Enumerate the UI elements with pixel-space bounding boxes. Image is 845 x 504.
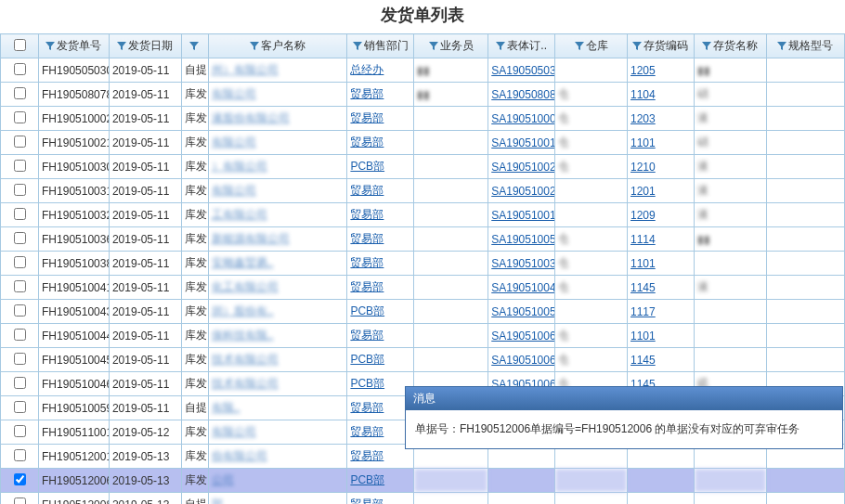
code-link[interactable]: 1101 [630, 330, 656, 342]
col-header[interactable]: 发货日期 [109, 34, 181, 58]
table-row[interactable]: FH1905100432019-05-11库发圳）股份有..PCB部SA1905… [1, 300, 845, 324]
dept-link[interactable]: 贸易部 [350, 87, 384, 100]
dept-link[interactable]: 贸易部 [350, 329, 384, 342]
filter-icon[interactable] [632, 39, 642, 52]
code-link[interactable]: 1101 [630, 257, 656, 270]
customer-link[interactable]: 部 [212, 498, 223, 504]
dept-link[interactable]: PCB部 [350, 473, 384, 486]
order-link[interactable]: SA190510048 [491, 281, 554, 294]
col-header[interactable]: 仓库 [555, 34, 628, 58]
dept-link[interactable]: 贸易部 [350, 498, 384, 504]
customer-link[interactable]: 有限.. [212, 401, 240, 414]
customer-link[interactable]: 州）有限公司 [212, 63, 279, 76]
table-row[interactable]: FH1905100212019-05-11库发有限公司贸易部SA19051001… [1, 131, 845, 155]
row-checkbox[interactable] [14, 63, 26, 75]
row-checkbox[interactable] [14, 280, 26, 292]
customer-link[interactable]: 新能源有限公司 [212, 232, 290, 245]
customer-link[interactable]: 有限公司 [212, 425, 256, 438]
dept-link[interactable]: 总经办 [350, 63, 384, 76]
row-checkbox[interactable] [14, 353, 26, 365]
table-row[interactable]: FH1905100412019-05-11库发化工有限公司贸易部SA190510… [1, 276, 845, 300]
customer-link[interactable]: 化工有限公司 [212, 280, 279, 293]
filter-icon[interactable] [575, 39, 584, 52]
dept-link[interactable]: 贸易部 [350, 208, 384, 221]
dept-link[interactable]: PCB部 [350, 377, 384, 390]
filter-icon[interactable] [189, 40, 199, 53]
customer-link[interactable]: 份有限公司 [212, 449, 267, 462]
row-checkbox[interactable] [14, 473, 26, 485]
order-link[interactable]: SA19051005 [491, 233, 554, 246]
order-link[interactable]: SA19051001 [491, 136, 554, 149]
order-link[interactable]: SA19051000 [491, 112, 554, 125]
code-link[interactable]: 1145 [630, 354, 656, 367]
order-link[interactable]: SA190510039 [491, 257, 554, 270]
order-link[interactable]: SA190510057 [491, 305, 554, 318]
table-row[interactable]: FH1905050302019-05-11自提州）有限公司总经办▮▮SA1905… [1, 58, 845, 83]
row-checkbox[interactable] [14, 256, 26, 268]
row-checkbox[interactable] [14, 401, 26, 413]
customer-link[interactable]: 公司 [212, 473, 234, 486]
row-checkbox[interactable] [14, 232, 26, 244]
dept-link[interactable]: 贸易部 [350, 401, 384, 414]
code-link[interactable]: 1201 [630, 185, 656, 198]
code-link[interactable]: 1209 [630, 209, 656, 222]
col-header[interactable]: 销售部门 [347, 34, 414, 58]
dept-link[interactable]: 贸易部 [350, 136, 384, 149]
order-link[interactable]: SA19051002 [491, 185, 554, 198]
row-checkbox[interactable] [14, 425, 26, 437]
customer-link[interactable]: 有限公司 [212, 136, 256, 149]
col-header[interactable]: 业务员 [414, 34, 488, 58]
code-link[interactable]: 1114 [630, 233, 656, 246]
filter-icon[interactable] [46, 39, 55, 52]
select-all-checkbox[interactable] [14, 39, 26, 51]
filter-icon[interactable] [353, 39, 362, 52]
row-checkbox[interactable] [14, 111, 26, 123]
customer-link[interactable]: 工有限公司 [212, 208, 267, 221]
customer-link[interactable]: 技术有限公司 [212, 377, 279, 390]
dept-link[interactable]: 贸易部 [350, 449, 384, 462]
customer-link[interactable]: 技术有限公司 [212, 353, 279, 366]
table-row[interactable]: FH1905100382019-05-11库发安顺鑫贸易..贸易部SA19051… [1, 252, 845, 276]
row-checkbox[interactable] [14, 160, 26, 172]
dept-link[interactable]: PCB部 [350, 353, 384, 366]
table-row[interactable]: FH1905120062019-05-13库发公司PCB部 [1, 469, 845, 493]
code-link[interactable]: 1210 [630, 161, 656, 174]
order-link[interactable]: SA19051002 [491, 161, 554, 174]
filter-icon[interactable] [702, 39, 711, 52]
order-link[interactable]: SA190510061 [491, 330, 554, 342]
customer-link[interactable]: ）有限公司 [212, 160, 267, 173]
customer-link[interactable]: 有限公司 [212, 87, 256, 100]
table-row[interactable]: FH1905100022019-05-11库发液股份有限公司贸易部SA19051… [1, 107, 845, 131]
filter-icon[interactable] [496, 39, 505, 52]
row-checkbox[interactable] [14, 377, 26, 389]
customer-link[interactable]: 圳）股份有.. [212, 304, 274, 317]
dept-link[interactable]: 贸易部 [350, 232, 384, 245]
col-header[interactable]: 存货名称 [694, 34, 766, 58]
table-row[interactable]: FH1905100312019-05-11库发有限公司贸易部SA19051002… [1, 179, 845, 203]
col-header[interactable]: 存货编码 [628, 34, 695, 58]
table-row[interactable]: FH1905100452019-05-11库发技术有限公司PCB部SA19051… [1, 348, 845, 372]
dept-link[interactable]: PCB部 [350, 304, 384, 317]
table-row[interactable]: FH1905080782019-05-11库发有限公司贸易部▮▮SA190508… [1, 83, 845, 107]
col-header[interactable] [1, 34, 39, 58]
code-link[interactable]: 1203 [630, 112, 656, 125]
table-row[interactable]: FH1905100322019-05-11库发工有限公司贸易部SA1905100… [1, 203, 845, 227]
row-checkbox[interactable] [14, 184, 26, 196]
row-checkbox[interactable] [14, 136, 26, 148]
code-link[interactable]: 1205 [630, 64, 656, 77]
filter-icon[interactable] [777, 39, 786, 52]
filter-icon[interactable] [117, 39, 126, 52]
col-header[interactable]: 客户名称 [208, 34, 347, 58]
order-link[interactable]: SA19051001 [491, 209, 554, 222]
col-header[interactable]: 表体订.. [488, 34, 555, 58]
table-row[interactable]: FH1905100302019-05-11库发）有限公司PCB部SA190510… [1, 155, 845, 179]
col-header[interactable]: 规格型号 [766, 34, 844, 58]
table-row[interactable]: FH1905100362019-05-11库发新能源有限公司贸易部SA19051… [1, 227, 845, 252]
row-checkbox[interactable] [14, 498, 26, 505]
dept-link[interactable]: PCB部 [350, 160, 384, 173]
row-checkbox[interactable] [14, 208, 26, 220]
row-checkbox[interactable] [14, 449, 26, 461]
code-link[interactable]: 1145 [630, 281, 656, 294]
dept-link[interactable]: 贸易部 [350, 425, 384, 438]
dept-link[interactable]: 贸易部 [350, 280, 384, 293]
